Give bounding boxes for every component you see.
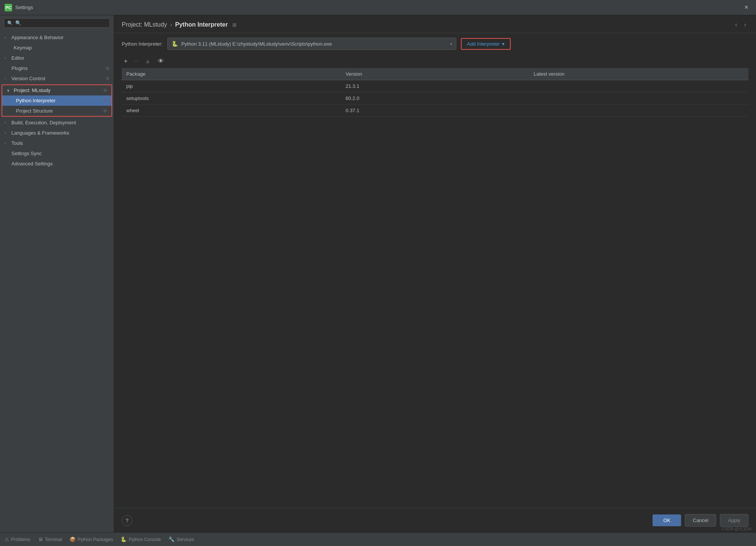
nav-arrows: ‹ › (733, 21, 748, 29)
eye-package-button[interactable]: 👁 (156, 57, 166, 66)
breadcrumb: Project: MLstudy › Python Interpreter ⊞ (122, 21, 237, 28)
cell-package: setuptools (122, 92, 341, 105)
pin-icon: ⊞ (103, 88, 107, 93)
interpreter-select[interactable]: 🐍 Python 3.11 (MLstudy) E:\zhystudy\MLst… (167, 38, 456, 50)
add-package-button[interactable]: + (122, 57, 130, 66)
breadcrumb-separator: › (170, 21, 172, 28)
sidebar-item-label: Advanced Settings (11, 161, 52, 167)
arrow-down-icon: ∨ (7, 88, 11, 92)
sidebar-item-label: Editor (11, 55, 24, 61)
nav-back-button[interactable]: ‹ (733, 21, 739, 29)
col-header-package: Package (122, 68, 341, 80)
statusbar-item-python-console[interactable]: 🐍Python Console (121, 536, 161, 542)
add-interpreter-button[interactable]: Add Interpreter ▾ (461, 38, 511, 50)
dropdown-arrow-icon: ▾ (450, 42, 452, 46)
sidebar-item-label: Build, Execution, Deployment (11, 120, 76, 125)
arrow-icon: › (5, 121, 9, 125)
sidebar-item-project-structure[interactable]: Project Structure ⊞ (2, 106, 111, 116)
cell-package: wheel (122, 105, 341, 117)
apply-button[interactable]: Apply (720, 514, 748, 527)
main-layout: 🔍 › Appearance & Behavior Keymap › Edito… (0, 15, 756, 532)
cell-latest (529, 80, 748, 92)
sidebar-item-label: Plugins (11, 65, 28, 71)
footer: ? OK Cancel Apply (114, 508, 756, 532)
project-group: ∨ Project: MLstudy ⊞ Python Interpreter … (2, 84, 112, 117)
sidebar-item-label: Tools (11, 140, 23, 146)
sidebar-item-label: Languages & Frameworks (11, 130, 69, 136)
cell-version: 21.3.1 (341, 80, 529, 92)
table-row[interactable]: pip21.3.1 (122, 80, 748, 92)
title-bar: PC Settings × (0, 0, 756, 15)
sidebar-item-editor[interactable]: › Editor (0, 53, 114, 63)
breadcrumb-current: Python Interpreter (175, 21, 228, 28)
col-header-version: Version (341, 68, 529, 80)
pin-icon: ⊞ (103, 98, 107, 103)
python-icon: 🐍 (172, 40, 178, 47)
sidebar-item-build[interactable]: › Build, Execution, Deployment (0, 117, 114, 128)
statusbar-icon: 🐍 (121, 536, 127, 542)
sidebar-item-label: Project: MLstudy (14, 87, 51, 93)
add-interpreter-label: Add Interpreter (467, 41, 500, 47)
sidebar-item-languages[interactable]: › Languages & Frameworks (0, 128, 114, 138)
sidebar-item-project-mlstudy[interactable]: ∨ Project: MLstudy ⊞ (2, 85, 111, 95)
add-interpreter-arrow-icon: ▾ (502, 41, 505, 47)
arrow-icon: › (5, 131, 9, 135)
arrow-icon: › (5, 141, 9, 145)
nav-forward-button[interactable]: › (742, 21, 748, 29)
interpreter-row: Python Interpreter: 🐍 Python 3.11 (MLstu… (114, 33, 756, 54)
breadcrumb-parent: Project: MLstudy (122, 21, 167, 28)
breadcrumb-icon: ⊞ (232, 22, 237, 28)
statusbar-icon: 🔧 (168, 536, 175, 542)
sidebar-item-label: Project Structure (16, 108, 53, 114)
ok-button[interactable]: OK (653, 514, 681, 526)
statusbar-item-problems[interactable]: ⚠Problems (5, 536, 30, 542)
packages-table: Package Version Latest version pip21.3.1… (122, 68, 748, 508)
app-icon: PC (5, 4, 12, 11)
sidebar-item-label: Keymap (14, 45, 32, 51)
cell-version: 60.2.0 (341, 92, 529, 105)
footer-right: OK Cancel Apply (653, 514, 748, 527)
statusbar-icon: ⚠ (5, 536, 9, 542)
statusbar-item-python-packages[interactable]: 📦Python Packages (70, 536, 113, 542)
arrow-icon: › (5, 35, 9, 40)
sidebar-item-version-control[interactable]: › Version Control ⊞ (0, 73, 114, 84)
sidebar-item-appearance[interactable]: › Appearance & Behavior (0, 32, 114, 43)
packages-list: Package Version Latest version pip21.3.1… (122, 68, 748, 117)
sidebar-item-label: Appearance & Behavior (11, 35, 64, 40)
pin-icon: ⊞ (106, 76, 109, 81)
statusbar-icon: 🖥 (38, 536, 43, 542)
cell-version: 0.37.1 (341, 105, 529, 117)
statusbar-item-terminal[interactable]: 🖥Terminal (38, 536, 62, 542)
cell-latest (529, 105, 748, 117)
close-button[interactable]: × (741, 2, 751, 13)
cancel-button[interactable]: Cancel (685, 514, 716, 527)
sidebar: 🔍 › Appearance & Behavior Keymap › Edito… (0, 15, 114, 532)
sidebar-item-label: Python Interpreter (16, 98, 56, 103)
table-header-row: Package Version Latest version (122, 68, 748, 80)
sidebar-item-settings-sync[interactable]: › Settings Sync (0, 148, 114, 159)
interpreter-label: Python Interpreter: (122, 41, 163, 47)
sidebar-item-plugins[interactable]: › Plugins ⊞ (0, 63, 114, 73)
col-header-latest: Latest version (529, 68, 748, 80)
search-box[interactable]: 🔍 (4, 18, 110, 28)
table-row[interactable]: setuptools60.2.0 (122, 92, 748, 105)
footer-left: ? (122, 515, 132, 526)
remove-package-button[interactable]: − (132, 57, 140, 66)
interpreter-select-text: Python 3.11 (MLstudy) E:\zhystudy\MLstud… (181, 41, 447, 47)
sidebar-nav: › Appearance & Behavior Keymap › Editor … (0, 31, 114, 532)
sidebar-item-tools[interactable]: › Tools (0, 138, 114, 148)
sidebar-item-python-interpreter[interactable]: Python Interpreter ⊞ (2, 95, 111, 106)
sidebar-item-keymap[interactable]: Keymap (0, 43, 114, 53)
up-package-button[interactable]: ▲ (143, 57, 153, 66)
search-input[interactable] (15, 20, 106, 26)
statusbar: ⚠Problems🖥Terminal📦Python Packages🐍Pytho… (0, 532, 756, 546)
watermark: CSDN @元宝kk (722, 526, 751, 532)
title-bar-left: PC Settings (5, 4, 33, 11)
search-icon: 🔍 (7, 21, 13, 26)
help-button[interactable]: ? (122, 515, 132, 526)
arrow-icon: › (5, 56, 9, 60)
statusbar-item-services[interactable]: 🔧Services (168, 536, 194, 542)
table-row[interactable]: wheel0.37.1 (122, 105, 748, 117)
packages-toolbar: + − ▲ 👁 (114, 54, 756, 68)
sidebar-item-advanced-settings[interactable]: › Advanced Settings (0, 159, 114, 169)
